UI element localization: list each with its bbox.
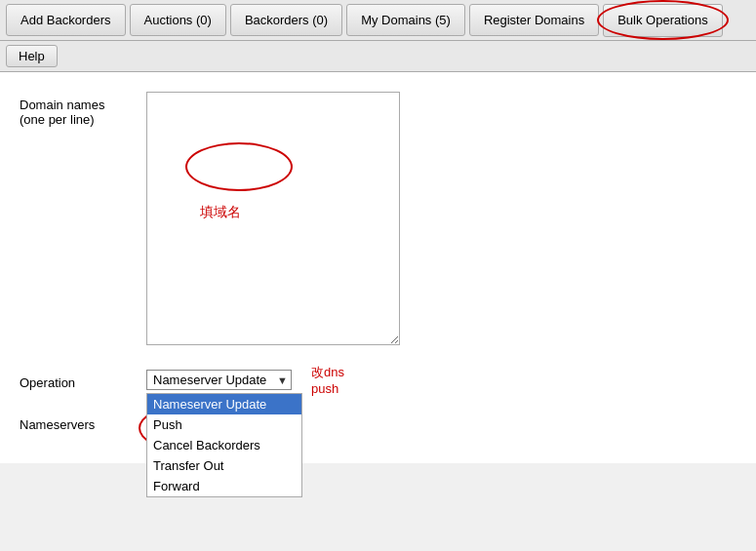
nav-bulk-operations[interactable]: Bulk Operations — [603, 4, 723, 37]
nav-auctions[interactable]: Auctions (0) — [130, 4, 226, 36]
domain-names-textarea[interactable] — [146, 92, 400, 345]
nameservers-row: Nameservers Submit 获取转移码 — [20, 412, 736, 438]
domain-names-control: 填域名 — [146, 92, 736, 348]
dropdown-item-cancel-backorders[interactable]: Cancel Backorders — [147, 435, 301, 455]
nav-register-domains[interactable]: Register Domains — [469, 4, 599, 36]
domain-names-row: Domain names (one per line) 填域名 — [20, 92, 736, 348]
nav-backorders[interactable]: Backorders (0) — [230, 4, 342, 36]
nav-add-backorders[interactable]: Add Backorders — [6, 4, 126, 36]
nav-my-domains[interactable]: My Domains (5) — [346, 4, 465, 36]
textarea-wrapper: 填域名 — [146, 92, 400, 348]
domain-names-label: Domain names (one per line) — [20, 92, 146, 127]
dropdown-item-push[interactable]: Push — [147, 414, 301, 435]
dropdown-item-forward[interactable]: Forward — [147, 476, 301, 496]
annotation-push: push — [311, 381, 344, 396]
annotation-dns: 改dns — [311, 364, 344, 381]
operation-select-wrapper: Nameserver Update Push Cancel Backorders… — [146, 370, 292, 390]
dropdown-item-nameserver-update[interactable]: Nameserver Update — [147, 394, 301, 414]
operation-dropdown-wrapper: Nameserver Update Push Cancel Backorders… — [146, 370, 292, 390]
operation-annotations: 改dns push — [301, 364, 344, 396]
operation-dropdown-list: Nameserver Update Push Cancel Backorders… — [146, 393, 302, 497]
main-content: Domain names (one per line) 填域名 Operatio… — [0, 72, 756, 463]
nameservers-label: Nameservers — [20, 412, 146, 432]
operation-row: Operation Nameserver Update Push Cancel … — [20, 364, 736, 396]
operation-select[interactable]: Nameserver Update Push Cancel Backorders… — [146, 370, 292, 390]
operation-label: Operation — [20, 370, 146, 390]
nav-help[interactable]: Help — [6, 45, 58, 67]
dropdown-item-transfer-out[interactable]: Transfer Out — [147, 455, 301, 476]
nav-bar: Add Backorders Auctions (0) Backorders (… — [0, 0, 756, 41]
nav-bulk-operations-wrapper: Bulk Operations — [603, 4, 723, 36]
nav-bar-2: Help — [0, 41, 756, 72]
